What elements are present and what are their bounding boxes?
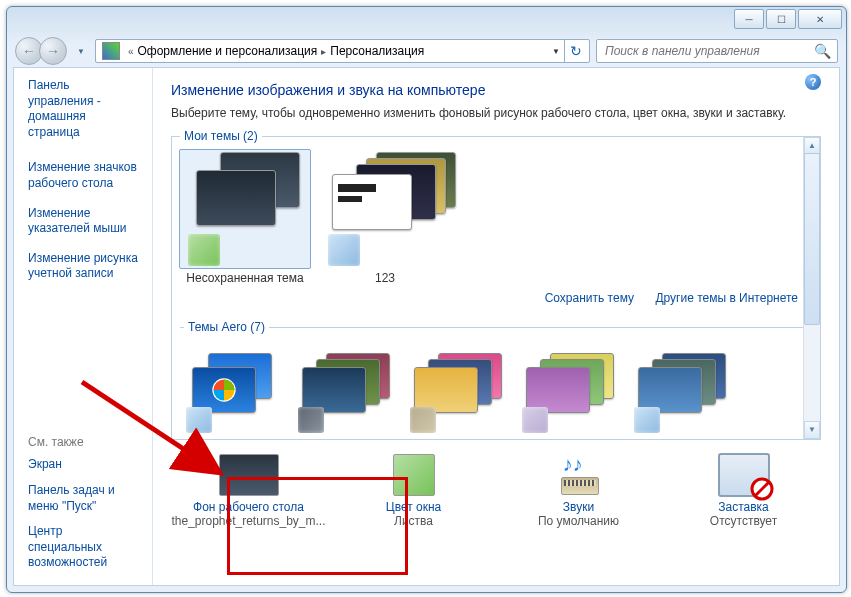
sidebar-link-desktop-icons[interactable]: Изменение значков рабочего стола	[28, 160, 138, 191]
config-sound-value: По умолчанию	[501, 514, 656, 528]
page-subtitle: Выберите тему, чтобы одновременно измени…	[171, 106, 821, 122]
see-also-screen[interactable]: Экран	[28, 457, 138, 473]
history-dropdown[interactable]: ▼	[73, 47, 89, 56]
see-also-accessibility[interactable]: Центр специальных возможностей	[28, 524, 138, 571]
aero-theme-3[interactable]	[404, 353, 512, 433]
config-bg-value: the_prophet_returns_by_m...	[171, 514, 326, 528]
theme-123-label: 123	[375, 271, 395, 285]
config-desktop-background[interactable]: Фон рабочего стола the_prophet_returns_b…	[171, 452, 326, 528]
config-color-value: Листва	[336, 514, 491, 528]
control-panel-window: ─ ☐ ✕ ← → ▼ « Оформление и персонализаци…	[6, 6, 847, 593]
aero-theme-5[interactable]	[628, 353, 736, 433]
toolbar: ← → ▼ « Оформление и персонализация ▸ Пе…	[7, 35, 846, 67]
personalization-icon	[102, 42, 120, 60]
sounds-icon: ♪♪	[557, 455, 601, 495]
my-themes-row: Несохраненная тема	[172, 137, 820, 287]
config-saver-title: Заставка	[666, 500, 821, 514]
sidebar-home-link[interactable]: Панель управления - домашняя страница	[28, 78, 138, 140]
aero-theme-1[interactable]	[180, 353, 288, 433]
nav-buttons: ← →	[15, 37, 67, 65]
sidebar-see-also: См. также Экран Панель задач и меню "Пус…	[28, 435, 138, 575]
scroll-down-button[interactable]: ▼	[804, 421, 820, 439]
titlebar: ─ ☐ ✕	[7, 7, 846, 35]
help-icon[interactable]: ?	[805, 74, 821, 90]
sidebar: Панель управления - домашняя страница Из…	[14, 68, 152, 585]
breadcrumb-level1[interactable]: Оформление и персонализация	[137, 44, 317, 58]
main-panel: ? Изменение изображения и звука на компь…	[152, 68, 839, 585]
scrollbar[interactable]: ▲ ▼	[803, 137, 820, 439]
see-also-title: См. также	[28, 435, 138, 449]
window-color-icon	[393, 454, 435, 496]
page-title: Изменение изображения и звука на компьют…	[171, 82, 821, 98]
address-bar[interactable]: « Оформление и персонализация ▸ Персонал…	[95, 39, 590, 63]
body-area: Панель управления - домашняя страница Из…	[13, 67, 840, 586]
scroll-thumb[interactable]	[804, 153, 820, 325]
config-color-title: Цвет окна	[336, 500, 491, 514]
config-screensaver[interactable]: Заставка Отсутствует	[666, 452, 821, 528]
aero-themes-row	[172, 339, 744, 435]
config-row: Фон рабочего стола the_prophet_returns_b…	[153, 440, 839, 528]
save-theme-link[interactable]: Сохранить тему	[545, 291, 634, 305]
see-also-taskbar[interactable]: Панель задач и меню "Пуск"	[28, 483, 138, 514]
screensaver-icon	[718, 453, 770, 497]
maximize-button[interactable]: ☐	[766, 9, 796, 29]
search-icon[interactable]: 🔍	[814, 43, 831, 59]
config-sounds[interactable]: ♪♪ Звуки По умолчанию	[501, 452, 656, 528]
theme-section: Мои темы (2) Несохраненная тема	[171, 136, 821, 440]
more-themes-link[interactable]: Другие темы в Интернете	[655, 291, 798, 305]
theme-unsaved[interactable]: Несохраненная тема	[180, 149, 310, 285]
breadcrumb-level2[interactable]: Персонализация	[330, 44, 424, 58]
search-bar[interactable]: 🔍	[596, 39, 838, 63]
close-button[interactable]: ✕	[798, 9, 842, 29]
aero-theme-2[interactable]	[292, 353, 400, 433]
config-sound-title: Звуки	[501, 500, 656, 514]
theme-action-links: Сохранить тему Другие темы в Интернете	[172, 287, 820, 305]
scroll-up-button[interactable]: ▲	[804, 137, 820, 155]
config-window-color[interactable]: Цвет окна Листва	[336, 452, 491, 528]
my-themes-label: Мои темы (2)	[180, 129, 262, 143]
breadcrumb: « Оформление и персонализация ▸ Персонал…	[124, 44, 548, 58]
config-saver-value: Отсутствует	[666, 514, 821, 528]
theme-123[interactable]: 123	[320, 149, 450, 285]
sidebar-link-account-picture[interactable]: Изменение рисунка учетной записи	[28, 251, 138, 282]
search-input[interactable]	[603, 43, 814, 59]
theme-unsaved-label: Несохраненная тема	[186, 271, 303, 285]
refresh-button[interactable]: ↻	[564, 40, 587, 62]
address-dropdown[interactable]: ▼	[548, 47, 564, 56]
aero-theme-4[interactable]	[516, 353, 624, 433]
desktop-bg-preview-icon	[219, 454, 279, 496]
main-header: Изменение изображения и звука на компьют…	[153, 68, 839, 130]
forward-button[interactable]: →	[39, 37, 67, 65]
config-bg-title: Фон рабочего стола	[171, 500, 326, 514]
minimize-button[interactable]: ─	[734, 9, 764, 29]
sidebar-link-mouse-pointers[interactable]: Изменение указателей мыши	[28, 206, 138, 237]
